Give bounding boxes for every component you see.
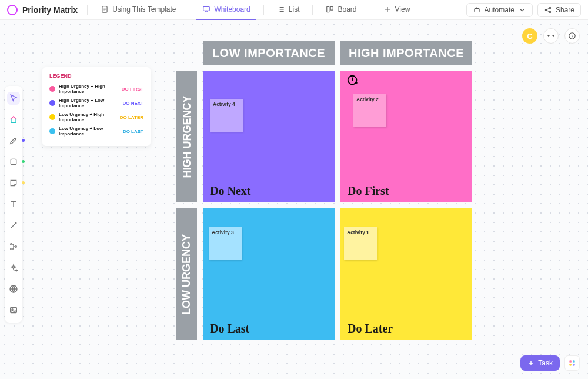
matrix-row: LOW URGENCY Activity 3 Do Last Activity … <box>176 208 472 340</box>
quadrant-do-first[interactable]: Activity 2 Do First <box>340 71 472 202</box>
home-icon <box>9 115 18 124</box>
color-dot <box>22 139 25 142</box>
sticky-note-label: Activity 3 <box>212 230 234 235</box>
sticky-note[interactable]: Activity 3 <box>209 227 242 260</box>
sticky-note[interactable]: Activity 4 <box>210 99 243 132</box>
tool-diagram[interactable] <box>7 240 20 253</box>
tab-label: Whiteboard <box>214 5 250 14</box>
legend-item: High Urgency + Low Importance DO NEXT <box>49 98 143 108</box>
legend-action: DO NEXT <box>122 101 143 106</box>
tool-home[interactable] <box>7 113 20 126</box>
divider <box>189 5 189 15</box>
left-toolbar <box>5 86 22 323</box>
fit-width-icon <box>547 32 555 40</box>
whiteboard-icon <box>202 5 211 14</box>
tab-add-view[interactable]: View <box>377 0 416 20</box>
legend-action: DO LAST <box>123 129 143 134</box>
tool-sticky[interactable] <box>7 177 20 190</box>
list-icon <box>277 5 285 14</box>
legend-swatch <box>49 114 55 120</box>
share-icon <box>544 6 552 14</box>
tab-label: Board <box>338 5 356 14</box>
svg-rect-17 <box>569 360 572 363</box>
quadrant-title: Do Last <box>210 322 249 335</box>
bottom-right-controls: Task <box>520 355 580 371</box>
divider <box>312 5 313 15</box>
share-label: Share <box>556 6 574 14</box>
legend-action: DO LATER <box>120 115 143 120</box>
tab-board[interactable]: Board <box>320 0 362 20</box>
canvas-controls-right: C <box>522 28 580 44</box>
automate-button[interactable]: Automate <box>466 3 533 17</box>
legend-swatch <box>49 86 55 92</box>
cursor-icon <box>9 94 18 103</box>
svg-point-11 <box>11 248 12 250</box>
divider <box>370 5 370 15</box>
image-icon <box>9 305 18 315</box>
apps-icon <box>568 359 576 367</box>
avatar[interactable]: C <box>522 28 537 44</box>
divider <box>87 5 88 15</box>
quadrant-do-later[interactable]: Activity 1 Do Later <box>340 208 472 340</box>
divider <box>263 5 264 15</box>
connector-icon <box>9 221 18 230</box>
quadrant-title: Do Next <box>210 184 250 198</box>
sticky-note-label: Activity 4 <box>213 101 235 107</box>
tab-using-template[interactable]: Using This Template <box>95 0 182 20</box>
color-dot <box>22 181 25 184</box>
sticky-note-label: Activity 2 <box>356 97 379 102</box>
alert-icon <box>346 74 359 87</box>
color-dot <box>22 160 25 163</box>
text-icon <box>9 200 18 209</box>
share-button[interactable]: Share <box>537 3 581 17</box>
sticky-note[interactable]: Activity 2 <box>353 94 386 127</box>
tab-label: List <box>289 5 300 14</box>
legend-card[interactable]: LEGEND High Urgency + High Importance DO… <box>42 67 151 146</box>
tool-text[interactable] <box>7 198 20 211</box>
svg-point-6 <box>549 7 550 8</box>
svg-point-12 <box>15 246 17 248</box>
legend-swatch <box>49 100 55 106</box>
legend-label: High Urgency + High Importance <box>59 84 118 94</box>
tool-web[interactable] <box>7 282 20 295</box>
tab-whiteboard[interactable]: Whiteboard <box>196 0 256 20</box>
tool-connector[interactable] <box>7 219 20 232</box>
svg-point-5 <box>545 9 546 10</box>
doc-title[interactable]: Priority Matrix <box>22 5 78 15</box>
task-button-label: Task <box>538 359 553 367</box>
tab-label: View <box>395 5 410 14</box>
diagram-icon <box>9 242 18 251</box>
info-button[interactable] <box>564 28 580 44</box>
svg-point-7 <box>549 11 550 12</box>
doc-icon <box>101 5 109 14</box>
whiteboard-canvas[interactable]: C <box>0 20 588 379</box>
tool-pen[interactable] <box>7 134 20 147</box>
sparkle-icon <box>9 263 18 272</box>
col-header-low-importance: LOW IMPORTANCE <box>203 41 335 65</box>
svg-point-10 <box>11 244 12 245</box>
robot-icon <box>473 6 481 14</box>
topbar: Priority Matrix Using This Template Whit… <box>0 0 588 20</box>
svg-rect-9 <box>11 159 16 164</box>
sticky-note[interactable]: Activity 1 <box>344 227 377 260</box>
legend-swatch <box>49 128 55 134</box>
legend-item: Low Urgency + Low Importance DO LAST <box>49 126 143 137</box>
tool-image[interactable] <box>7 304 20 317</box>
tool-shape[interactable] <box>7 155 20 168</box>
tab-list[interactable]: List <box>271 0 306 20</box>
col-header-high-importance: HIGH IMPORTANCE <box>340 41 472 65</box>
sticky-note-label: Activity 1 <box>347 230 369 235</box>
svg-rect-1 <box>203 6 210 11</box>
quadrant-do-next[interactable]: Activity 4 Do Next <box>203 71 335 202</box>
apps-button[interactable] <box>564 355 580 371</box>
tool-select[interactable] <box>7 92 20 105</box>
plus-icon <box>527 360 534 367</box>
chevron-down-icon <box>518 6 526 14</box>
create-task-button[interactable]: Task <box>520 355 560 371</box>
legend-item: High Urgency + High Importance DO FIRST <box>49 84 143 94</box>
tool-ai[interactable] <box>7 261 20 274</box>
fit-width-button[interactable] <box>543 28 559 44</box>
quadrant-do-last[interactable]: Activity 3 Do Last <box>203 208 335 340</box>
svg-rect-19 <box>569 364 572 366</box>
legend-label: High Urgency + Low Importance <box>59 98 119 108</box>
